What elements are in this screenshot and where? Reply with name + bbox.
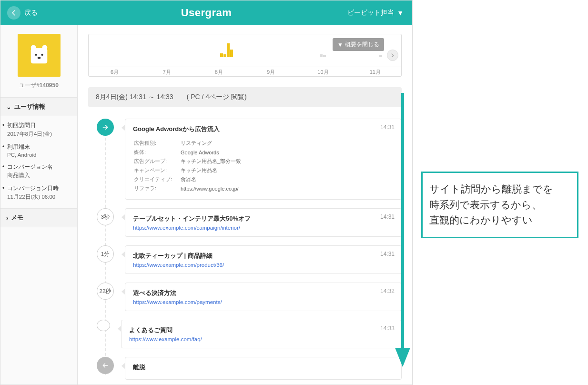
timeline-card[interactable]: 14:31北欧ティーカップ | 商品詳細https://www.example.… — [125, 245, 402, 274]
axis-tick: 9月 — [245, 67, 297, 76]
svg-point-3 — [35, 54, 37, 56]
app-header: 戻る Usergram ビービット担当 ▼ — [0, 0, 412, 25]
session-header: 8月4日(金) 14:31 ～ 14:33 ( PC / 4ページ 閲覧) — [88, 87, 402, 107]
card-title: 選べる決済方法 — [133, 289, 394, 297]
chart-bar — [320, 54, 323, 57]
avatar — [18, 34, 61, 77]
axis-tick: 11月 — [349, 67, 401, 76]
exit-node-icon — [97, 357, 114, 374]
sidebar-item-label: コンバージョン日時 — [7, 185, 71, 192]
main-content: ▼ 概要を閉じる 6月7月8月9月10月11月 8月4日(金) 14:31 ～ … — [78, 25, 412, 385]
page-url[interactable]: https://www.example.com/payments/ — [133, 299, 394, 305]
svg-marker-7 — [395, 348, 410, 367]
sidebar-section-userinfo[interactable]: ⌄ ユーザ情報 — [0, 97, 77, 116]
chevron-right-icon: › — [6, 214, 8, 222]
page-url[interactable]: https://www.example.com/product/36/ — [133, 262, 394, 268]
chart-axis: 6月7月8月9月10月11月 — [89, 67, 401, 76]
timeline-card[interactable]: 14:33よくあるご質問https://www.example.com/faq/ — [121, 320, 402, 348]
timeline: 14:31Google Adwordsから広告流入広告種別:リスティング媒体:G… — [97, 119, 402, 380]
card-title: 北欧ティーカップ | 商品詳細 — [133, 252, 394, 260]
event-time: 14:32 — [380, 288, 395, 294]
sidebar-item-value: 商品購入 — [7, 172, 71, 179]
close-summary-button[interactable]: ▼ 概要を閉じる — [333, 38, 384, 51]
entry-details: 広告種別:リスティング媒体:Google Adwords広告グループ:キッチン用… — [133, 138, 242, 193]
chart-bar — [220, 53, 223, 57]
sidebar-item-value: PC, Android — [7, 152, 71, 158]
duration-node: 22秒 — [97, 283, 114, 300]
chart-bar — [379, 55, 382, 57]
back-button[interactable]: 戻る — [7, 6, 38, 20]
empty-node — [97, 320, 110, 331]
sidebar-item-value: 11月22日(水) 06:00 — [7, 193, 71, 201]
sidebar-info-item: コンバージョン名商品購入 — [0, 161, 77, 182]
account-menu[interactable]: ビービット担当 ▼ — [347, 9, 404, 17]
sidebar-item-value: 2017年8月4日(金) — [7, 131, 71, 138]
event-time: 14:31 — [380, 124, 395, 131]
app-window: 戻る Usergram ビービット担当 ▼ ユーザ#140950 ⌄ — [0, 0, 413, 385]
page-url[interactable]: https://www.example.com/campaign/interio… — [133, 225, 394, 231]
axis-tick: 7月 — [141, 67, 193, 76]
page-url[interactable]: https://www.example.com/faq/ — [129, 336, 394, 342]
card-title: よくあるご質問 — [129, 326, 394, 334]
triangle-down-icon: ▼ — [337, 41, 343, 48]
back-label: 戻る — [24, 9, 38, 17]
chevron-down-icon: ▼ — [397, 9, 404, 17]
chart-bar — [227, 43, 230, 57]
chart-bar — [230, 50, 233, 57]
timeline-row: 3秒14:31テーブルセット・インテリア最大50%オフhttps://www.e… — [97, 208, 402, 237]
axis-tick: 6月 — [89, 67, 141, 76]
chevron-down-icon: ⌄ — [6, 103, 11, 111]
app-title: Usergram — [181, 7, 232, 19]
timeline-row: 22秒14:32選べる決済方法https://www.example.com/p… — [97, 283, 402, 311]
timeline-card[interactable]: 離脱 — [125, 357, 402, 380]
timeline-row: 離脱 — [97, 357, 402, 380]
callout-text: サイト訪問から離脱までを 時系列で表示するから、 直観的にわかりやすい — [421, 172, 578, 238]
timeline-row: 14:31Google Adwordsから広告流入広告種別:リスティング媒体:G… — [97, 119, 402, 200]
axis-tick: 8月 — [193, 67, 245, 76]
timeline-card[interactable]: 14:32選べる決済方法https://www.example.com/paym… — [125, 283, 402, 311]
callout-arrow-icon — [393, 93, 412, 369]
svg-point-5 — [37, 57, 40, 59]
chart-bar — [223, 54, 226, 57]
duration-node: 1分 — [97, 245, 114, 263]
user-id: ユーザ#140950 — [0, 81, 77, 90]
event-time: 14:31 — [380, 251, 395, 257]
timeline-row: 14:33よくあるご質問https://www.example.com/faq/ — [97, 320, 402, 348]
app-body: ユーザ#140950 ⌄ ユーザ情報 初回訪問日2017年8月4日(金)利用端末… — [0, 25, 412, 385]
sidebar-info-item: コンバージョン日時11月22日(水) 06:00 — [0, 182, 77, 203]
chart-next-button[interactable] — [387, 50, 398, 61]
account-label: ビービット担当 — [347, 9, 394, 17]
sidebar-item-label: 初回訪問日 — [7, 122, 71, 129]
sidebar-item-label: コンバージョン名 — [7, 163, 71, 171]
chart-bar — [323, 55, 326, 57]
sidebar: ユーザ#140950 ⌄ ユーザ情報 初回訪問日2017年8月4日(金)利用端末… — [0, 25, 78, 385]
timeline-card[interactable]: 14:31テーブルセット・インテリア最大50%オフhttps://www.exa… — [125, 208, 402, 237]
svg-rect-2 — [30, 48, 47, 63]
timeline-row: 1分14:31北欧ティーカップ | 商品詳細https://www.exampl… — [97, 245, 402, 274]
card-title: テーブルセット・インテリア最大50%オフ — [133, 214, 394, 223]
sidebar-info-item: 利用端末PC, Android — [0, 141, 77, 161]
sidebar-item-label: 利用端末 — [7, 143, 71, 151]
sidebar-section-memo[interactable]: › メモ — [0, 208, 77, 227]
card-title: 離脱 — [133, 363, 394, 372]
sidebar-user-info-list: 初回訪問日2017年8月4日(金)利用端末PC, Androidコンバージョン名… — [0, 116, 77, 208]
overview-chart: ▼ 概要を閉じる 6月7月8月9月10月11月 — [88, 34, 402, 77]
timeline-card[interactable]: 14:31Google Adwordsから広告流入広告種別:リスティング媒体:G… — [125, 119, 402, 200]
axis-tick: 10月 — [297, 67, 349, 76]
sidebar-info-item: 初回訪問日2017年8月4日(金) — [0, 119, 77, 141]
event-time: 14:31 — [380, 213, 395, 220]
back-arrow-icon — [7, 6, 20, 20]
svg-point-4 — [41, 54, 43, 56]
event-time: 14:33 — [380, 325, 395, 332]
duration-node: 3秒 — [97, 208, 114, 225]
entry-node-icon — [97, 119, 114, 136]
card-title: Google Adwordsから広告流入 — [133, 125, 394, 133]
